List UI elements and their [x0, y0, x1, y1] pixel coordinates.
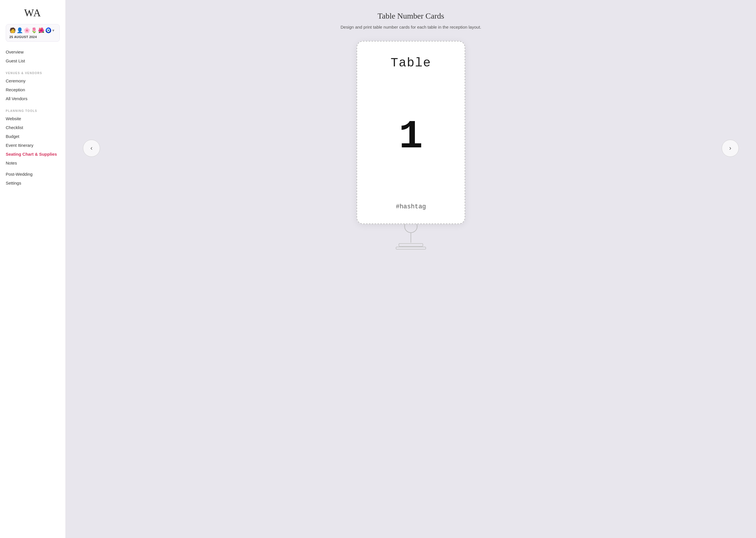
wedding-date: 25 AUGUST 2024 — [10, 35, 54, 39]
wedding-info-card[interactable]: 🧑 👤 🌸 🌷 🌺 🧿 ▾ 25 AUGUST 2024 — [6, 24, 60, 42]
table-number-card: Table 1 #hashtag — [356, 41, 465, 224]
chevron-left-icon: ‹ — [90, 144, 92, 152]
nav-bottom-section: Post-Wedding Settings — [6, 170, 60, 188]
sidebar-item-event-itinerary[interactable]: Event Itinerary — [6, 141, 60, 150]
next-card-button[interactable]: › — [722, 140, 739, 157]
avatar-2: 👤 — [17, 27, 23, 33]
sidebar-item-post-wedding[interactable]: Post-Wedding — [6, 170, 60, 179]
avatar-3: 🌸 — [24, 27, 30, 33]
nav-planning-section: PLANNING TOOLS Website Checklist Budget … — [6, 105, 60, 167]
sidebar-item-checklist[interactable]: Checklist — [6, 123, 60, 132]
page-subtitle: Design and print table number cards for … — [341, 25, 481, 29]
nav-top-section: Overview Guest List — [6, 47, 60, 65]
logo: WA — [6, 7, 60, 19]
sidebar-item-notes[interactable]: Notes — [6, 159, 60, 167]
table-card-wrapper: Table 1 #hashtag — [356, 41, 465, 255]
svg-rect-2 — [399, 243, 423, 246]
sidebar-item-website[interactable]: Website — [6, 114, 60, 123]
sidebar-item-overview[interactable]: Overview — [6, 47, 60, 56]
sidebar-item-seating-chart[interactable]: Seating Chart & Supplies — [6, 150, 60, 159]
sidebar-item-budget[interactable]: Budget — [6, 132, 60, 141]
svg-rect-3 — [396, 247, 426, 249]
avatar-4: 🌷 — [31, 27, 37, 33]
avatar-row: 🧑 👤 🌸 🌷 🌺 🧿 ▾ — [10, 27, 54, 33]
venues-vendors-label: VENUES & VENDORS — [6, 72, 60, 75]
sidebar: WA 🧑 👤 🌸 🌷 🌺 🧿 ▾ 25 AUGUST 2024 Overview… — [0, 0, 66, 538]
prev-card-button[interactable]: ‹ — [83, 140, 100, 157]
chevron-down-icon: ▾ — [52, 28, 54, 32]
avatar-1: 🧑 — [10, 27, 16, 33]
sidebar-item-ceremony[interactable]: Ceremony — [6, 77, 60, 85]
card-number: 1 — [399, 117, 423, 157]
sidebar-item-reception[interactable]: Reception — [6, 85, 60, 94]
card-table-label: Table — [391, 56, 431, 70]
planning-tools-label: PLANNING TOOLS — [6, 109, 60, 112]
main-content: Table Number Cards Design and print tabl… — [66, 0, 756, 538]
page-title: Table Number Cards — [378, 12, 444, 21]
sidebar-item-settings[interactable]: Settings — [6, 179, 60, 188]
sidebar-item-all-vendors[interactable]: All Vendors — [6, 94, 60, 103]
nav-venues-section: VENUES & VENDORS Ceremony Reception All … — [6, 68, 60, 103]
avatar-5: 🌺 — [38, 27, 44, 33]
avatar-6: 🧿 — [45, 27, 51, 33]
card-container: ‹ Table 1 #hashtag — [83, 41, 739, 255]
chevron-right-icon: › — [729, 144, 731, 152]
logo-text: WA — [24, 7, 41, 19]
card-hashtag: #hashtag — [396, 203, 426, 210]
sidebar-item-guest-list[interactable]: Guest List — [6, 56, 60, 65]
